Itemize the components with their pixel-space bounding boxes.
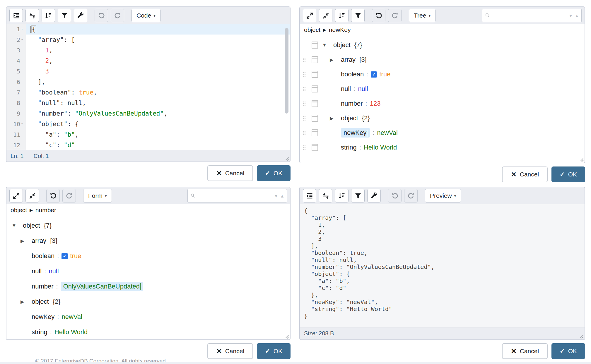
context-menu-button[interactable] bbox=[312, 129, 318, 136]
context-menu-button[interactable] bbox=[312, 100, 318, 107]
field-value[interactable]: true bbox=[70, 252, 81, 260]
cancel-button[interactable]: ✕ Cancel bbox=[502, 343, 548, 359]
field-value[interactable]: newVal bbox=[62, 313, 82, 321]
field-name[interactable]: object bbox=[333, 41, 351, 49]
undo-icon[interactable] bbox=[46, 189, 60, 202]
field-name[interactable]: string bbox=[341, 144, 357, 151]
drag-handle-icon[interactable] bbox=[303, 87, 304, 88]
search-previous-icon[interactable]: ▲ bbox=[280, 193, 284, 198]
fold-arrow-icon[interactable]: ▾ bbox=[21, 119, 24, 129]
field-name[interactable]: object bbox=[32, 298, 49, 305]
field-value[interactable]: null bbox=[49, 267, 59, 275]
mode-select-form[interactable]: Form ▾ bbox=[83, 189, 112, 202]
field-name[interactable]: newKey bbox=[341, 128, 370, 138]
resize-handle[interactable] bbox=[284, 334, 289, 339]
field-name[interactable]: null bbox=[341, 85, 351, 93]
expand-all-icon[interactable] bbox=[303, 9, 316, 22]
compact-icon[interactable] bbox=[25, 9, 39, 22]
compact-icon[interactable] bbox=[319, 189, 332, 202]
expand-all-icon[interactable] bbox=[9, 189, 23, 202]
field-name[interactable]: object bbox=[341, 114, 358, 122]
breadcrumb-current[interactable]: number bbox=[35, 207, 56, 214]
ok-button[interactable]: ✓ OK bbox=[551, 343, 585, 359]
field-value[interactable]: newVal bbox=[377, 129, 398, 137]
drag-handle-icon[interactable] bbox=[303, 72, 304, 73]
format-icon[interactable] bbox=[303, 189, 316, 202]
drag-handle-icon[interactable] bbox=[303, 116, 304, 117]
field-value[interactable]: OnlyValuesCanBeUpdated bbox=[61, 282, 143, 291]
format-icon[interactable] bbox=[9, 9, 23, 22]
transform-filter-icon[interactable] bbox=[58, 9, 71, 22]
search-next-icon[interactable]: ▼ bbox=[568, 13, 573, 18]
context-menu-button[interactable] bbox=[312, 56, 318, 63]
undo-icon[interactable] bbox=[372, 9, 385, 22]
breadcrumb-root[interactable]: object bbox=[304, 26, 320, 33]
expand-arrow-icon[interactable]: ▶ bbox=[21, 299, 24, 305]
field-name[interactable]: object bbox=[23, 222, 40, 229]
repair-icon[interactable] bbox=[74, 9, 87, 22]
sort-icon[interactable] bbox=[335, 9, 349, 22]
collapse-arrow-icon[interactable]: ▼ bbox=[322, 42, 327, 48]
context-menu-button[interactable] bbox=[312, 71, 318, 78]
field-name[interactable]: array bbox=[32, 237, 46, 245]
context-menu-button[interactable] bbox=[312, 42, 318, 49]
resize-handle[interactable] bbox=[284, 156, 289, 161]
expand-arrow-icon[interactable]: ▶ bbox=[330, 116, 333, 121]
code-text-area[interactable]: 1▾{2▾ "array": [3▾ 1,4▾ 2,5▾ 36▾ ],7▾ "b… bbox=[6, 24, 290, 150]
resize-handle[interactable] bbox=[579, 157, 584, 162]
drag-handle-icon[interactable] bbox=[303, 131, 304, 132]
cancel-button[interactable]: ✕ Cancel bbox=[502, 166, 548, 182]
fold-arrow-icon[interactable]: ▾ bbox=[21, 24, 24, 35]
text-cursor bbox=[367, 130, 367, 137]
field-name[interactable]: boolean bbox=[32, 252, 54, 260]
line-number-gutter: 10▾ bbox=[6, 119, 26, 129]
field-name[interactable]: number bbox=[341, 100, 363, 107]
breadcrumb-current[interactable]: newKey bbox=[329, 26, 351, 33]
sort-icon[interactable] bbox=[42, 9, 55, 22]
field-name[interactable]: null bbox=[32, 267, 42, 275]
mode-select-code[interactable]: Code ▾ bbox=[131, 9, 160, 22]
field-value[interactable]: true bbox=[379, 71, 390, 78]
field-name[interactable]: boolean bbox=[341, 71, 364, 78]
mode-select-tree[interactable]: Tree ▾ bbox=[409, 9, 435, 22]
field-name[interactable]: newKey bbox=[32, 313, 54, 321]
cancel-button[interactable]: ✕ Cancel bbox=[207, 343, 253, 359]
boolean-checkbox[interactable]: ✓ bbox=[371, 71, 377, 78]
transform-filter-icon[interactable] bbox=[351, 189, 365, 202]
code-scrollbar-thumb[interactable] bbox=[285, 28, 288, 114]
search-next-icon[interactable]: ▼ bbox=[274, 193, 278, 198]
field-name[interactable]: number bbox=[32, 283, 54, 290]
field-value[interactable]: null bbox=[358, 85, 368, 93]
collapse-arrow-icon[interactable]: ▼ bbox=[12, 223, 16, 228]
breadcrumb-root[interactable]: object bbox=[11, 207, 27, 214]
search-input[interactable] bbox=[198, 192, 272, 199]
sort-icon[interactable] bbox=[335, 189, 349, 202]
drag-handle-icon[interactable] bbox=[303, 58, 304, 59]
search-previous-icon[interactable]: ▲ bbox=[575, 13, 579, 18]
ok-button[interactable]: ✓ OK bbox=[257, 343, 291, 359]
ok-button[interactable]: ✓ OK bbox=[551, 166, 585, 182]
expand-arrow-icon[interactable]: ▶ bbox=[21, 238, 24, 244]
drag-handle-icon[interactable] bbox=[303, 102, 304, 102]
field-name[interactable]: array bbox=[341, 56, 356, 63]
field-value[interactable]: Hello World bbox=[54, 328, 88, 336]
field-name[interactable]: string bbox=[32, 328, 47, 336]
boolean-checkbox[interactable]: ✓ bbox=[62, 253, 68, 259]
collapse-all-icon[interactable] bbox=[319, 9, 332, 22]
transform-filter-icon[interactable] bbox=[351, 9, 365, 22]
field-value[interactable]: 123 bbox=[370, 100, 381, 107]
collapse-all-icon[interactable] bbox=[25, 189, 39, 202]
mode-select-preview[interactable]: Preview ▾ bbox=[425, 189, 461, 202]
resize-handle[interactable] bbox=[579, 334, 584, 339]
context-menu-button[interactable] bbox=[312, 115, 318, 122]
fold-arrow-icon[interactable]: ▾ bbox=[21, 35, 24, 45]
context-menu-button[interactable] bbox=[312, 144, 318, 151]
expand-arrow-icon[interactable]: ▶ bbox=[330, 57, 333, 63]
drag-handle-icon[interactable] bbox=[303, 145, 304, 146]
repair-icon[interactable] bbox=[367, 189, 381, 202]
ok-button[interactable]: ✓ OK bbox=[257, 165, 291, 181]
cancel-button[interactable]: ✕ Cancel bbox=[207, 165, 253, 181]
context-menu-button[interactable] bbox=[312, 85, 318, 92]
field-value[interactable]: Hello World bbox=[364, 144, 397, 151]
search-input[interactable] bbox=[492, 12, 567, 19]
